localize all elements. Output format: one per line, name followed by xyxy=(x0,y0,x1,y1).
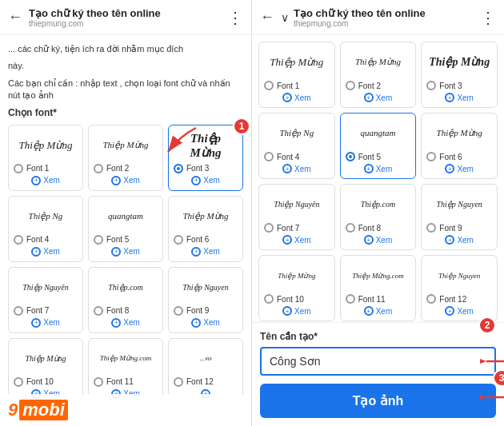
font-card-1[interactable]: Thiệp Mừng Font 1 + Xem xyxy=(8,125,83,191)
right-menu-button[interactable]: ⋮ xyxy=(480,8,496,27)
font-card-5[interactable]: quangtam Font 5 + Xem xyxy=(88,196,163,262)
xem-btn-4[interactable]: + Xem xyxy=(31,247,60,257)
font-card-6[interactable]: Thiệp Mừng Font 6 + Xem xyxy=(168,196,243,262)
font-radio-7[interactable] xyxy=(14,306,23,316)
font-radio-8[interactable] xyxy=(94,306,103,316)
font-card-7[interactable]: Thiệp Nguyên Font 7 + Xem xyxy=(8,267,83,333)
font-radio-1[interactable] xyxy=(14,164,23,173)
font-card-3[interactable]: Thiệp Mừng Font 3 + Xem 1 xyxy=(168,125,243,191)
right-back-button[interactable]: ← xyxy=(260,9,274,26)
r-xem-btn-2[interactable]: + Xem xyxy=(364,93,393,102)
r-font-radio-1[interactable] xyxy=(264,81,274,90)
r-font-name-5: Font 5 xyxy=(358,153,381,161)
r-font-preview-2: Thiệp Mừng xyxy=(346,47,411,78)
left-menu-button[interactable]: ⋮ xyxy=(227,8,243,27)
xem-btn-2[interactable]: + Xem xyxy=(111,176,140,185)
bottom-section: Tên cần tạo* 2 Tạo ảnh xyxy=(252,322,504,426)
logo-mobi: mobi xyxy=(19,400,68,420)
r-font-card-1[interactable]: Thiệp Mừng Font 1 + Xem xyxy=(258,42,335,108)
r-font-card-4[interactable]: Thiệp Ng Font 4 + Xem xyxy=(258,113,335,179)
r-font-name-9: Font 9 xyxy=(439,224,462,233)
font-label-row-10: Font 10 xyxy=(14,377,78,387)
font-card-2[interactable]: Thiệp Mừng Font 2 + Xem xyxy=(88,125,163,191)
xem-icon-7: + xyxy=(31,318,41,328)
font-radio-9[interactable] xyxy=(174,306,183,316)
r-xem-btn-5[interactable]: + Xem xyxy=(364,164,393,173)
r-font-radio-3[interactable] xyxy=(426,81,436,90)
r-font-card-2[interactable]: Thiệp Mừng Font 2 + Xem xyxy=(340,42,417,108)
xem-btn-6[interactable]: + Xem xyxy=(191,247,220,257)
font-label-row-7: Font 7 xyxy=(14,306,78,316)
r-font-radio-7[interactable] xyxy=(264,223,274,233)
r-font-name-4: Font 4 xyxy=(277,153,299,161)
r-xem-btn-7[interactable]: + Xem xyxy=(282,235,311,245)
xem-btn-7[interactable]: + Xem xyxy=(31,318,60,328)
annotation-badge-1: 1 xyxy=(233,117,250,135)
r-font-radio-10[interactable] xyxy=(264,294,274,304)
r-xem-btn-8[interactable]: + Xem xyxy=(364,235,393,245)
r-font-name-7: Font 7 xyxy=(277,224,299,233)
r-font-radio-12[interactable] xyxy=(426,294,436,304)
xem-icon-9: + xyxy=(191,318,201,328)
r-xem-btn-3[interactable]: + Xem xyxy=(445,93,474,102)
r-xem-btn-12[interactable]: + Xem xyxy=(445,306,474,316)
r-font-radio-2[interactable] xyxy=(346,81,355,90)
create-button[interactable]: Tạo ảnh xyxy=(260,384,496,418)
r-font-radio-9[interactable] xyxy=(426,223,436,233)
r-font-name-6: Font 6 xyxy=(439,153,462,161)
r-font-card-12[interactable]: Thiệp Nguyen Font 12 + Xem xyxy=(421,255,498,321)
r-xem-btn-11[interactable]: + Xem xyxy=(364,306,393,316)
font-radio-4[interactable] xyxy=(14,235,23,245)
font-name-10: Font 10 xyxy=(26,377,54,386)
font-label-row-1: Font 1 xyxy=(14,164,78,173)
font-card-9[interactable]: Thiệp Nguyen Font 9 + Xem xyxy=(168,267,243,333)
xem-btn-3[interactable]: + Xem xyxy=(191,176,220,185)
font-card-8[interactable]: Thiệp.com Font 8 + Xem xyxy=(88,267,163,333)
intro-text-3: Các bạn chỉ cần : nhập text , chọn loại … xyxy=(8,78,243,102)
r-xem-btn-1[interactable]: + Xem xyxy=(282,93,311,102)
r-xem-btn-6[interactable]: + Xem xyxy=(445,164,474,173)
xem-btn-9[interactable]: + Xem xyxy=(191,318,220,328)
xem-btn-1[interactable]: + Xem xyxy=(31,176,60,185)
r-font-radio-11[interactable] xyxy=(346,294,355,304)
r-font-radio-5[interactable] xyxy=(346,152,355,161)
font-radio-12[interactable] xyxy=(174,377,183,387)
r-font-radio-6[interactable] xyxy=(426,152,436,161)
font-radio-3[interactable] xyxy=(174,164,183,173)
r-xem-btn-10[interactable]: + Xem xyxy=(282,306,311,316)
r-font-card-3[interactable]: Thiệp Mừng Font 3 + Xem xyxy=(421,42,498,108)
collapse-button[interactable]: ∨ xyxy=(281,11,289,24)
font-label-row-6: Font 6 xyxy=(174,235,238,245)
xem-btn-8[interactable]: + Xem xyxy=(111,318,140,328)
r-font-card-8[interactable]: Thiệp.com Font 8 + Xem xyxy=(340,184,417,250)
r-font-radio-4[interactable] xyxy=(264,152,274,161)
font-section-label: Chọn font* xyxy=(8,107,243,118)
font-radio-5[interactable] xyxy=(94,235,103,245)
r-font-card-5[interactable]: quangtam Font 5 + Xem xyxy=(340,113,417,179)
r-font-card-7[interactable]: Thiệp Nguyên Font 7 + Xem xyxy=(258,184,335,250)
font-radio-10[interactable] xyxy=(14,377,23,387)
intro-text-2: này. xyxy=(8,60,243,72)
logo-watermark: 9 mobi xyxy=(0,394,252,426)
font-label-row-11: Font 11 xyxy=(94,377,158,387)
left-back-button[interactable]: ← xyxy=(8,9,22,26)
xem-icon-4: + xyxy=(31,247,41,257)
font-card-4[interactable]: Thiệp Ng Font 4 + Xem xyxy=(8,196,83,262)
font-label-row-8: Font 8 xyxy=(94,306,158,316)
font-radio-11[interactable] xyxy=(94,377,103,387)
font-radio-6[interactable] xyxy=(174,235,183,245)
font-name-7: Font 7 xyxy=(26,306,49,315)
xem-icon-6: + xyxy=(191,247,201,257)
font-radio-2[interactable] xyxy=(94,164,103,173)
r-font-card-11[interactable]: Thiệp Mừng.com Font 11 + Xem xyxy=(340,255,417,321)
r-xem-btn-9[interactable]: + Xem xyxy=(445,235,474,245)
name-input[interactable] xyxy=(260,347,496,376)
font-name-11: Font 11 xyxy=(106,377,134,386)
r-font-card-10[interactable]: Thiệp Mừng Font 10 + Xem xyxy=(258,255,335,321)
r-xem-btn-4[interactable]: + Xem xyxy=(282,164,311,173)
font-preview-12: ...vo xyxy=(174,344,238,374)
xem-btn-5[interactable]: + Xem xyxy=(111,247,140,257)
r-font-card-6[interactable]: Thiệp Mừng Font 6 + Xem xyxy=(421,113,498,179)
r-font-radio-8[interactable] xyxy=(346,223,355,233)
r-font-card-9[interactable]: Thiệp Nguyen Font 9 + Xem xyxy=(421,184,498,250)
